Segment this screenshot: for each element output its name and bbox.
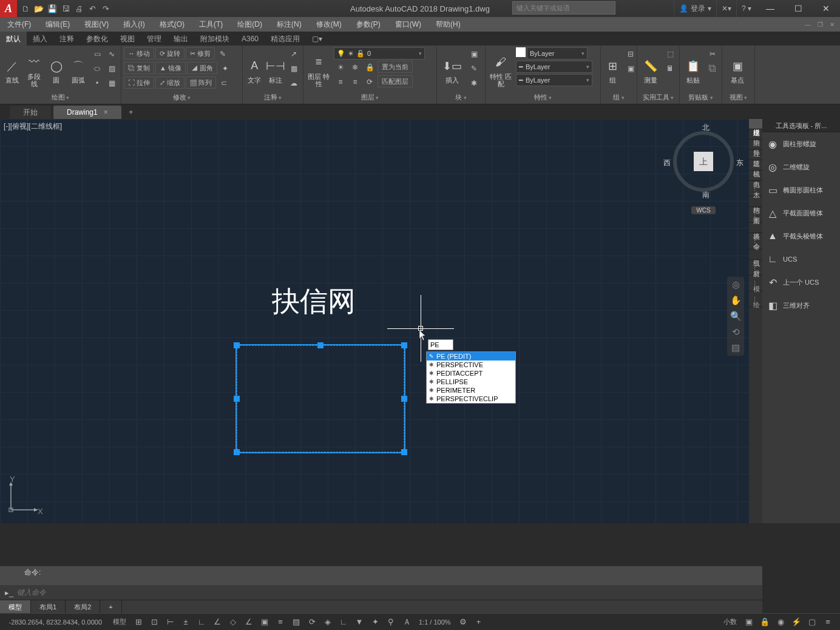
- attr-icon[interactable]: ✱: [467, 76, 481, 90]
- linetype-combo[interactable]: ━ByLayer: [516, 74, 592, 86]
- paltab-struct[interactable]: 结构: [749, 197, 762, 207]
- ribbon-tab-a360[interactable]: A360: [235, 32, 265, 46]
- edit-block-icon[interactable]: ✎: [467, 62, 481, 75]
- insert-block-button[interactable]: ⬇▭插入: [439, 47, 465, 93]
- menu-modify[interactable]: 修改(M): [309, 17, 349, 32]
- menu-dimension[interactable]: 标注(N): [269, 17, 309, 32]
- layer-on-icon[interactable]: ☀: [334, 61, 347, 74]
- ungroup-icon[interactable]: ⊟: [624, 47, 637, 61]
- paltab-visual[interactable]: 材质...: [749, 260, 762, 276]
- mirror-button[interactable]: ▲ 镜像: [155, 62, 186, 74]
- panel-layer-title[interactable]: 图层: [306, 93, 434, 104]
- circle-button[interactable]: ◯圆: [47, 47, 66, 93]
- select-icon[interactable]: ⬚: [663, 47, 677, 61]
- ribbon-tab-parametric[interactable]: 参数化: [80, 32, 114, 46]
- ribbon-tab-addins[interactable]: 附加模块: [194, 32, 235, 46]
- menu-file[interactable]: 文件(F): [0, 17, 38, 32]
- spline-icon[interactable]: ∿: [105, 47, 118, 61]
- minimize-button[interactable]: —: [756, 0, 784, 17]
- suggest-peditaccept[interactable]: PEDITACCEPT: [427, 369, 515, 378]
- close-button[interactable]: ✕: [812, 0, 840, 17]
- polar-tracking-icon[interactable]: ∠: [210, 615, 225, 629]
- hardware-accel-icon[interactable]: ⚡: [789, 615, 804, 629]
- app-icon[interactable]: A: [0, 0, 17, 17]
- measure-button[interactable]: 📏测量: [640, 47, 661, 93]
- layer-freeze-icon[interactable]: ❄: [348, 61, 362, 74]
- steering-wheel-icon[interactable]: ◎: [732, 279, 740, 290]
- login-button[interactable]: 👤 登录 ▾: [674, 0, 716, 17]
- layer-iso-icon[interactable]: ≡: [334, 75, 347, 89]
- layout-tab-model[interactable]: 模型: [0, 600, 31, 613]
- tool-ucs[interactable]: ∟UCS: [762, 248, 840, 271]
- grip-mid-right[interactable]: [401, 396, 407, 402]
- isometric-icon[interactable]: ◇: [226, 615, 240, 629]
- coordinate-readout[interactable]: -2830.2654, 8232.8434, 0.0000: [5, 618, 108, 626]
- panel-group-title[interactable]: 组: [603, 93, 634, 104]
- viewcube[interactable]: 北 南 西 东 上 WCS: [670, 125, 737, 216]
- ellipse-icon[interactable]: ⬭: [90, 62, 104, 75]
- array-button[interactable]: ▦ 阵列: [186, 76, 216, 89]
- viewcube-wcs[interactable]: WCS: [691, 206, 715, 214]
- group-button[interactable]: ⊞组: [603, 47, 622, 93]
- paltab-hatch[interactable]: 图案...: [749, 207, 762, 223]
- menu-parametric[interactable]: 参数(P): [349, 17, 388, 32]
- erase-icon[interactable]: ✎: [216, 47, 229, 61]
- offset-icon[interactable]: ⊂: [217, 76, 231, 90]
- suggest-perimeter[interactable]: PERIMETER: [427, 386, 515, 395]
- drawing-canvas[interactable]: [-][俯视][二维线框] 抉信网 PE PE (PEDIT) PERSPECT…: [0, 119, 749, 523]
- paltab-leader[interactable]: 引线: [749, 249, 762, 260]
- layer-lock-icon[interactable]: 🔒: [363, 61, 376, 74]
- paltab-table[interactable]: 表格: [749, 223, 762, 233]
- point-icon[interactable]: •: [90, 76, 104, 90]
- ucs-icon[interactable]: Y X: [6, 478, 42, 515]
- table-icon[interactable]: ▦: [287, 62, 300, 75]
- panel-view-title[interactable]: 视图: [725, 93, 752, 104]
- status-mode[interactable]: 模型: [109, 617, 130, 626]
- grip-top-left[interactable]: [234, 342, 240, 348]
- panel-modify-title[interactable]: 修改: [124, 93, 240, 104]
- match-properties-button[interactable]: 🖌特性 匹配: [488, 47, 513, 93]
- save-icon[interactable]: 💾: [46, 2, 58, 15]
- tool-3d-align[interactable]: ◧三维对齐: [762, 294, 840, 317]
- exchange-icon[interactable]: ✕▾: [716, 0, 736, 17]
- menu-insert[interactable]: 插入(I): [116, 17, 152, 32]
- 3d-osnap-icon[interactable]: ◈: [320, 615, 335, 629]
- layer-make-current[interactable]: 置为当前: [378, 61, 413, 73]
- color-combo[interactable]: ByLayer: [527, 47, 588, 59]
- layout-tab-layout2[interactable]: 布局2: [66, 600, 100, 613]
- leader-icon[interactable]: ↗: [287, 47, 300, 61]
- infer-constraints-icon[interactable]: ⊢: [163, 615, 177, 629]
- file-tab-drawing1[interactable]: Drawing1: [53, 106, 121, 119]
- paltab-constraint[interactable]: 约束: [749, 129, 762, 140]
- ribbon-tab-insert[interactable]: 插入: [27, 32, 53, 46]
- menu-draw[interactable]: 绘图(D): [230, 17, 269, 32]
- panel-annotation-title[interactable]: 注释: [245, 93, 300, 104]
- mdi-close-icon[interactable]: ✕: [827, 19, 838, 30]
- ribbon-tab-output[interactable]: 输出: [168, 32, 194, 46]
- layer-prev-icon[interactable]: ≡: [348, 75, 362, 89]
- saveas-icon[interactable]: 🖫: [59, 2, 72, 15]
- menu-tools[interactable]: 工具(T): [192, 17, 230, 32]
- rect-icon[interactable]: ▭: [90, 47, 104, 61]
- menu-help[interactable]: 帮助(H): [428, 17, 468, 32]
- dynamic-ucs-icon[interactable]: ∟: [336, 615, 351, 629]
- cut-icon[interactable]: ✂: [706, 47, 719, 61]
- hatch-icon[interactable]: ▨: [105, 62, 118, 75]
- layout-tab-add[interactable]: +: [100, 600, 121, 613]
- new-icon[interactable]: 🗋: [19, 2, 32, 15]
- menu-format[interactable]: 格式(O): [152, 17, 192, 32]
- grip-top-right[interactable]: [401, 342, 407, 348]
- isolate-objects-icon[interactable]: ◉: [773, 615, 788, 629]
- menu-view[interactable]: 视图(V): [77, 17, 116, 32]
- maximize-button[interactable]: ☐: [784, 0, 812, 17]
- stretch-button[interactable]: ⛶ 拉伸: [124, 76, 154, 89]
- fillet-button[interactable]: ◢ 圆角: [187, 62, 217, 74]
- snap-mode-icon[interactable]: ⊡: [147, 615, 161, 629]
- dynamic-input-icon[interactable]: ±: [178, 615, 193, 629]
- ribbon-tab-manage[interactable]: 管理: [141, 32, 168, 46]
- mtext-icon[interactable]: ☁: [287, 76, 300, 90]
- tool-cone-frustum[interactable]: △平截面圆锥体: [762, 202, 840, 225]
- calc-icon[interactable]: 🖩: [663, 62, 677, 75]
- polyline-button[interactable]: 〰多段线: [24, 47, 44, 93]
- explode-icon[interactable]: ✦: [218, 62, 232, 75]
